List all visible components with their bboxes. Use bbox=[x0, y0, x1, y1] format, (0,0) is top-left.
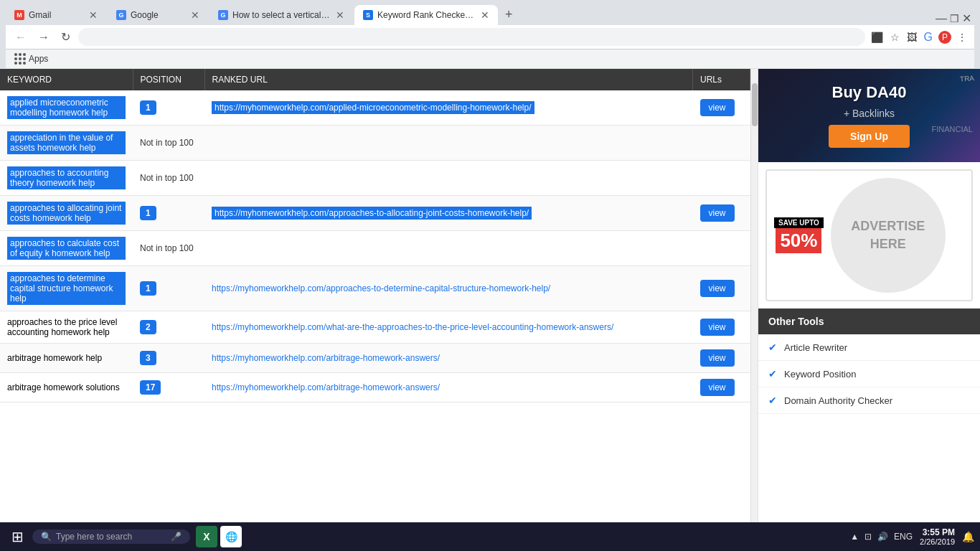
excel-icon[interactable]: X bbox=[196, 526, 217, 547]
table-row: approaches to allocating joint costs hom… bbox=[0, 196, 750, 231]
save-upto-text: SAVE UPTO bbox=[774, 217, 824, 228]
tab-gmail[interactable]: M Gmail ✕ bbox=[6, 5, 106, 25]
url-cell[interactable]: https://myhomeworkhelp.com/arbitrage-hom… bbox=[204, 373, 693, 402]
col-keyword: KEYWORD bbox=[0, 69, 133, 90]
reload-button[interactable]: ↻ bbox=[57, 29, 74, 45]
start-button[interactable]: ⊞ bbox=[6, 525, 29, 548]
other-tools-section: Other Tools ✔Article Rewriter✔Keyword Po… bbox=[758, 309, 980, 414]
main-content: KEYWORD POSITION RANKED URL URLs applied… bbox=[0, 69, 750, 551]
other-tools-header: Other Tools bbox=[758, 309, 980, 334]
tab-google-title: Google bbox=[131, 10, 187, 20]
tool-item[interactable]: ✔Keyword Position bbox=[758, 361, 980, 387]
tool-label: Domain Authority Checker bbox=[784, 395, 892, 406]
apps-bookmark[interactable]: Apps bbox=[11, 52, 51, 66]
table-row: arbitrage homework help3https://myhomewo… bbox=[0, 344, 750, 373]
tab-gmail-title: Gmail bbox=[29, 10, 85, 20]
keyword-cell: arbitrage homework solutions bbox=[0, 373, 133, 402]
tool-item[interactable]: ✔Article Rewriter bbox=[758, 334, 980, 361]
profile-icon[interactable]: P bbox=[938, 31, 951, 44]
tab-google-close[interactable]: ✕ bbox=[191, 9, 199, 21]
view-button[interactable]: view bbox=[700, 204, 735, 222]
col-urls: URLs bbox=[693, 69, 750, 90]
results-table: KEYWORD POSITION RANKED URL URLs applied… bbox=[0, 69, 750, 402]
chrome-taskbar-icon[interactable]: 🌐 bbox=[220, 526, 242, 547]
photo-icon[interactable]: 🖼 bbox=[905, 30, 918, 44]
scroll-thumb[interactable] bbox=[752, 83, 758, 126]
position-cell: Not in top 100 bbox=[133, 231, 204, 266]
view-button[interactable]: view bbox=[700, 280, 735, 297]
page-body: KEYWORD POSITION RANKED URL URLs applied… bbox=[0, 69, 980, 551]
url-cell[interactable]: https://myhomeworkhelp.com/what-are-the-… bbox=[204, 311, 693, 344]
mic-icon[interactable]: 🎤 bbox=[171, 532, 182, 542]
back-button[interactable]: ← bbox=[11, 29, 30, 45]
url-cell[interactable]: https://myhomeworkhelp.com/approaches-to… bbox=[204, 196, 693, 231]
bookmark-icon[interactable]: ☆ bbox=[889, 30, 901, 44]
keyword-cell: approaches to determine capital structur… bbox=[0, 266, 133, 311]
toolbar-icons: ⬛ ☆ 🖼 G P ⋮ bbox=[870, 29, 969, 45]
google-account-icon[interactable]: G bbox=[923, 29, 934, 45]
tab-howto-close[interactable]: ✕ bbox=[336, 9, 344, 21]
clock: 3:55 PM 2/26/2019 bbox=[920, 527, 955, 546]
url-cell[interactable] bbox=[204, 161, 693, 196]
taskbar-network-icon[interactable]: ⊡ bbox=[864, 532, 872, 542]
ad-tra-label: TRA bbox=[960, 74, 975, 83]
cast-icon[interactable]: ⬛ bbox=[870, 30, 885, 44]
browser-chrome: M Gmail ✕ G Google ✕ G How to select a v… bbox=[0, 0, 980, 69]
more-menu-icon[interactable]: ⋮ bbox=[956, 30, 969, 44]
view-button[interactable]: view bbox=[700, 99, 735, 116]
url-cell[interactable]: https://myhomeworkhelp.com/approaches-to… bbox=[204, 266, 693, 311]
actions-cell: view bbox=[693, 311, 750, 344]
actions-cell bbox=[693, 231, 750, 266]
notification-icon[interactable]: 🔔 bbox=[962, 531, 974, 542]
position-cell: 3 bbox=[133, 344, 204, 373]
taskbar-search-bar[interactable]: 🔍 🎤 bbox=[32, 529, 190, 544]
keyword-cell: approaches to calculate cost of equity k… bbox=[0, 231, 133, 266]
view-button[interactable]: view bbox=[700, 319, 735, 336]
address-bar-input[interactable]: https://smallseotools.com/keyword-positi… bbox=[78, 28, 865, 46]
save-box: SAVE UPTO 50% ADVERTISE HERE bbox=[765, 169, 973, 301]
ad-signup-button[interactable]: Sign Up bbox=[829, 125, 910, 148]
view-button[interactable]: view bbox=[700, 379, 735, 396]
view-button[interactable]: view bbox=[700, 349, 735, 367]
actions-cell: view bbox=[693, 196, 750, 231]
position-cell: Not in top 100 bbox=[133, 161, 204, 196]
keyword-cell: applied microeconometric modelling homew… bbox=[0, 90, 133, 126]
url-cell[interactable]: https://myhomeworkhelp.com/applied-micro… bbox=[204, 90, 693, 126]
sidebar: Buy DA40 + Backlinks FINANCIAL TRA Sign … bbox=[758, 69, 980, 551]
url-cell[interactable] bbox=[204, 231, 693, 266]
minimize-button[interactable]: — bbox=[936, 12, 947, 25]
actions-cell: view bbox=[693, 266, 750, 311]
url-cell[interactable] bbox=[204, 126, 693, 161]
address-bar-row: ← → ↻ https://smallseotools.com/keyword-… bbox=[6, 25, 974, 50]
url-cell[interactable]: https://myhomeworkhelp.com/arbitrage-hom… bbox=[204, 344, 693, 373]
bookmarks-bar: Apps bbox=[6, 50, 974, 69]
taskbar-search-input[interactable] bbox=[56, 532, 166, 542]
ad-tag: FINANCIAL bbox=[932, 125, 973, 133]
save-numbers: SAVE UPTO 50% bbox=[774, 217, 824, 253]
tab-sst-close[interactable]: ✕ bbox=[481, 9, 489, 21]
tab-sst[interactable]: S Keyword Rank Checker - A Free c... ✕ bbox=[354, 5, 498, 25]
new-tab-button[interactable]: + bbox=[499, 4, 519, 25]
tab-google[interactable]: G Google ✕ bbox=[108, 5, 208, 25]
keyword-cell: approaches to accounting theory homework… bbox=[0, 161, 133, 196]
advertise-text: ADVERTISE HERE bbox=[851, 217, 925, 253]
taskbar-up-arrow-icon[interactable]: ▲ bbox=[850, 532, 859, 542]
forward-button[interactable]: → bbox=[34, 29, 53, 45]
tool-item[interactable]: ✔Domain Authority Checker bbox=[758, 387, 980, 414]
actions-cell bbox=[693, 161, 750, 196]
taskbar-lang: ENG bbox=[894, 532, 913, 542]
col-position: POSITION bbox=[133, 69, 204, 90]
tab-gmail-close[interactable]: ✕ bbox=[89, 9, 98, 21]
keyword-cell: approaches to the price level accounting… bbox=[0, 311, 133, 344]
apps-icon bbox=[14, 53, 26, 65]
tab-howto[interactable]: G How to select a vertical line in a... … bbox=[209, 5, 353, 25]
clock-time: 3:55 PM bbox=[920, 527, 955, 537]
taskbar-volume-icon[interactable]: 🔊 bbox=[877, 532, 888, 542]
ad-banner[interactable]: Buy DA40 + Backlinks FINANCIAL TRA Sign … bbox=[758, 69, 980, 162]
tab-howto-title: How to select a vertical line in a... bbox=[232, 10, 331, 20]
position-cell: 2 bbox=[133, 311, 204, 344]
right-scrollbar[interactable] bbox=[750, 69, 758, 551]
check-icon: ✔ bbox=[768, 395, 777, 406]
maximize-button[interactable]: ❒ bbox=[950, 13, 959, 24]
close-button[interactable]: ✕ bbox=[962, 11, 971, 25]
